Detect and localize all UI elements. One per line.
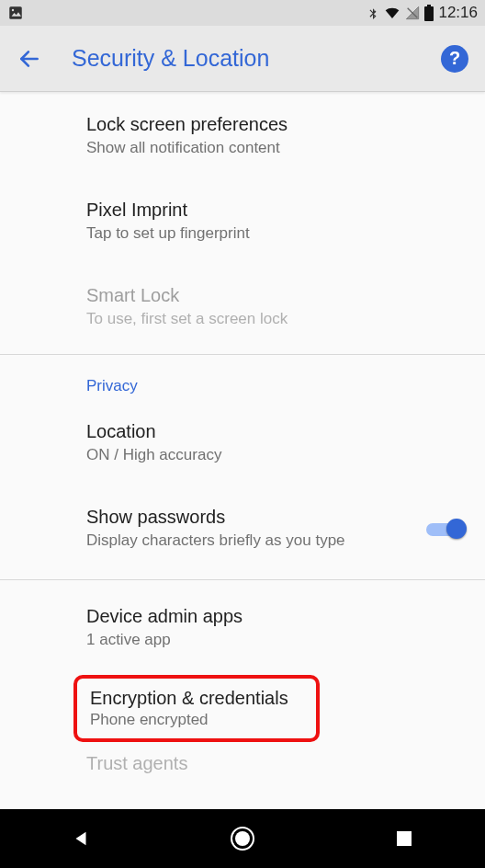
gallery-icon	[7, 5, 24, 21]
item-title: Lock screen preferences	[86, 114, 463, 135]
help-icon: ?	[449, 48, 460, 69]
item-subtitle: Tap to set up fingerprint	[86, 224, 463, 243]
item-lock-screen-preferences[interactable]: Lock screen preferences Show all notific…	[0, 97, 485, 174]
item-title: Smart Lock	[86, 285, 463, 306]
back-button[interactable]	[17, 46, 42, 72]
item-title: Location	[86, 421, 463, 442]
svg-point-8	[235, 831, 250, 846]
status-time: 12:16	[438, 4, 478, 22]
item-pixel-imprint[interactable]: Pixel Imprint Tap to set up fingerprint	[0, 183, 485, 259]
item-subtitle: Display characters briefly as you type	[86, 531, 463, 550]
settings-content: Lock screen preferences Show all notific…	[0, 92, 485, 809]
item-subtitle: To use, first set a screen lock	[86, 310, 463, 328]
item-title: Pixel Imprint	[86, 200, 463, 221]
svg-rect-9	[397, 831, 412, 846]
item-title: Show passwords	[86, 507, 463, 528]
item-show-passwords[interactable]: Show passwords Display characters briefl…	[0, 490, 485, 566]
svg-rect-0	[9, 6, 22, 19]
wifi-icon	[383, 6, 401, 20]
item-device-admin-apps[interactable]: Device admin apps 1 active app	[0, 589, 485, 666]
item-encryption-credentials[interactable]: Encryption & credentials Phone encrypted	[73, 675, 320, 742]
nav-home-button[interactable]	[225, 821, 260, 856]
svg-point-2	[12, 9, 14, 11]
page-title: Security & Location	[72, 45, 269, 72]
item-title: Encryption & credentials	[90, 688, 303, 709]
item-trust-agents[interactable]: Trust agents	[0, 744, 485, 774]
signal-icon	[405, 6, 420, 20]
toggle-thumb	[446, 519, 467, 539]
item-smart-lock: Smart Lock To use, first set a screen lo…	[0, 268, 485, 345]
item-title: Device admin apps	[86, 606, 463, 627]
show-passwords-toggle[interactable]	[426, 518, 467, 540]
navigation-bar	[0, 809, 485, 868]
svg-rect-4	[427, 5, 431, 6]
app-bar: Security & Location ?	[0, 26, 485, 92]
section-header-privacy: Privacy	[0, 355, 485, 405]
status-bar: 12:16	[0, 0, 485, 26]
nav-recent-button[interactable]	[387, 821, 422, 856]
nav-back-button[interactable]	[63, 821, 98, 856]
help-button[interactable]: ?	[441, 45, 468, 73]
item-location[interactable]: Location ON / High accuracy	[0, 405, 485, 481]
item-subtitle: Show all notification content	[86, 139, 463, 157]
svg-rect-5	[424, 6, 434, 21]
item-subtitle: 1 active app	[86, 631, 463, 649]
item-subtitle: ON / High accuracy	[86, 446, 463, 464]
item-subtitle: Phone encrypted	[90, 711, 303, 729]
bluetooth-icon	[367, 5, 379, 21]
battery-icon	[423, 5, 434, 21]
